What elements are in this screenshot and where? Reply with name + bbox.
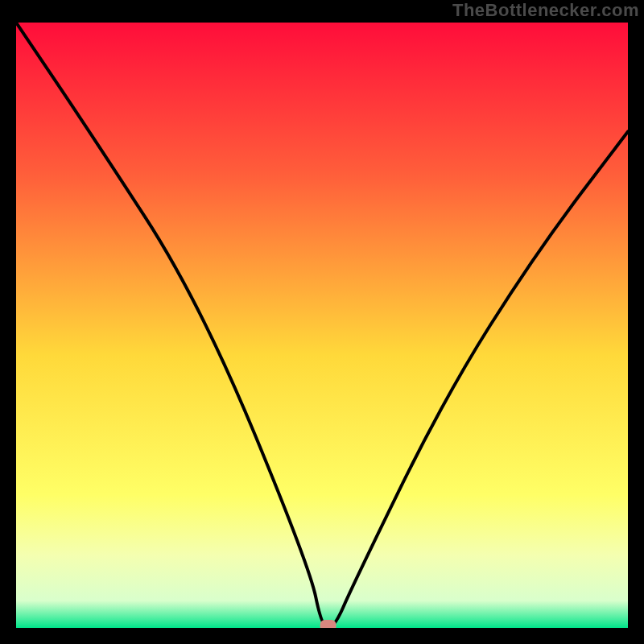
- optimal-marker: [320, 620, 336, 628]
- bottleneck-chart: [16, 23, 628, 628]
- chart-frame: TheBottlenecker.com: [0, 0, 644, 644]
- gradient-background: [16, 23, 628, 628]
- attribution-label: TheBottlenecker.com: [452, 0, 639, 21]
- plot-area: [16, 23, 628, 628]
